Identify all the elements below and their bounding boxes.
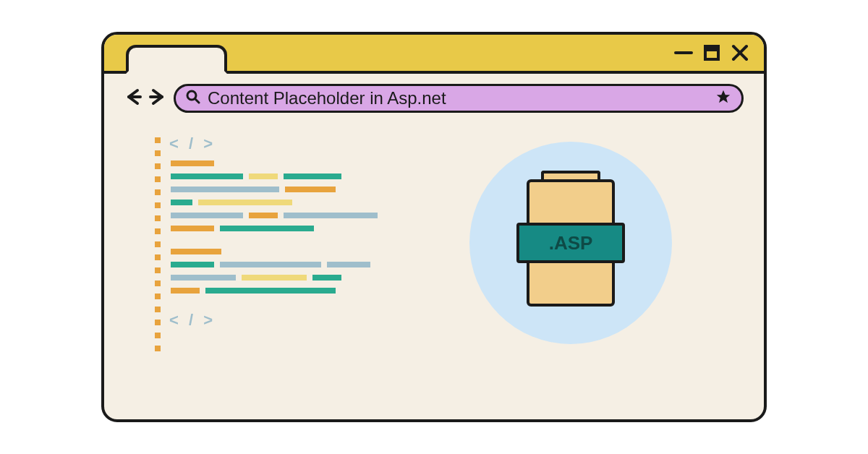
browser-tab[interactable]	[126, 45, 227, 74]
forward-icon[interactable]	[148, 87, 166, 109]
titlebar	[104, 35, 764, 74]
address-bar-text: Content Placeholder in Asp.net	[208, 88, 708, 108]
file-extension-label: .ASP	[516, 223, 625, 263]
nav-arrows	[124, 87, 166, 109]
star-icon[interactable]	[715, 89, 731, 108]
code-lines: < / > < / >	[171, 134, 378, 351]
search-icon	[186, 90, 200, 107]
asp-file-icon: .ASP	[516, 171, 625, 315]
svg-rect-2	[705, 46, 718, 51]
code-open-tag-icon: < / >	[169, 134, 378, 153]
code-illustration: < / > < / >	[155, 134, 378, 351]
browser-window: Content Placeholder in Asp.net < / >	[101, 32, 767, 422]
file-illustration: .ASP	[407, 171, 735, 315]
code-gutter	[155, 134, 161, 351]
address-bar[interactable]: Content Placeholder in Asp.net	[174, 84, 744, 113]
svg-line-8	[195, 99, 199, 103]
back-icon[interactable]	[124, 87, 143, 109]
window-controls	[674, 35, 749, 71]
content-area: < / > < / > .ASP	[104, 113, 764, 373]
maximize-icon[interactable]	[703, 44, 720, 61]
code-close-tag-icon: < / >	[169, 311, 378, 330]
close-icon[interactable]	[731, 43, 749, 62]
nav-row: Content Placeholder in Asp.net	[104, 74, 764, 113]
minimize-icon[interactable]	[674, 43, 693, 62]
